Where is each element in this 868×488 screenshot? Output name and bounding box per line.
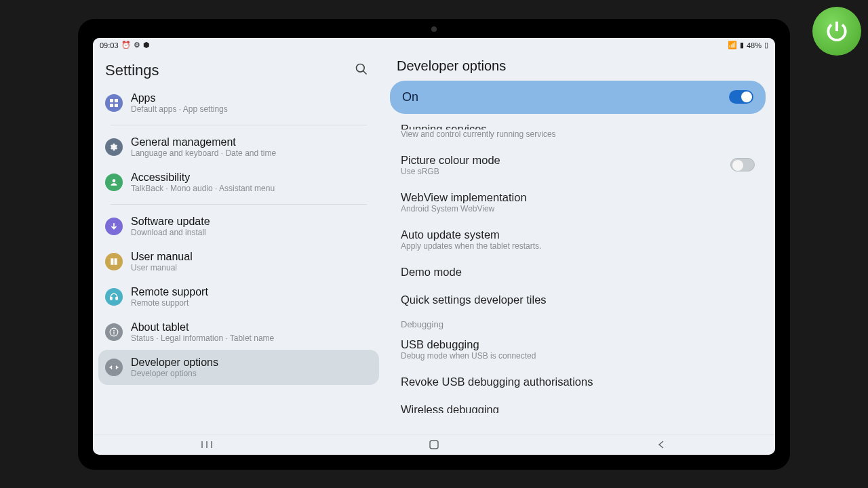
option-quick-tiles[interactable]: Quick settings developer tiles (387, 286, 768, 314)
search-button[interactable] (351, 58, 372, 83)
settings-list[interactable]: AppsDefault apps · App settingsGeneral m… (98, 91, 379, 434)
option-subtitle: Use sRGB (401, 167, 500, 176)
sidebar-item-title: Accessibility (131, 171, 275, 184)
option-title: Running services (401, 123, 556, 129)
shield-icon: ⬢ (143, 41, 150, 49)
section-header-debugging-header: Debugging (387, 314, 768, 331)
option-colour[interactable]: Picture colour modeUse sRGB (387, 146, 768, 184)
separator (111, 204, 367, 205)
page-title: Developer options (397, 58, 759, 74)
sidebar-item-developer[interactable]: Developer optionsDeveloper options (98, 350, 379, 385)
sidebar-item-texts: AppsDefault apps · App settings (131, 92, 228, 114)
grid-icon (105, 94, 123, 112)
left-header: Settings (98, 53, 379, 91)
nav-back[interactable] (641, 440, 682, 449)
option-title: Wireless debugging (401, 403, 499, 413)
left-pane: Settings AppsDefault apps · App settings… (93, 53, 384, 434)
status-bar: 09:03 ⏰ ⚙ ⬢ 📶 ▮ 48% ▯ (93, 38, 775, 53)
option-texts: USB debuggingDebug mode when USB is conn… (401, 338, 536, 361)
option-running[interactable]: Running servicesView and control current… (387, 121, 768, 146)
sidebar-item-about[interactable]: About tabletStatus · Legal information ·… (98, 314, 379, 350)
gear-icon: ⚙ (134, 41, 140, 49)
right-pane: Developer options On Running servicesVie… (384, 53, 775, 434)
book-icon (105, 253, 123, 270)
sidebar-item-texts: Software updateDownload and install (131, 216, 210, 237)
search-icon (355, 62, 368, 76)
option-texts: WebView implementationAndroid System Web… (401, 191, 527, 214)
sidebar-item-title: Developer options (131, 357, 218, 369)
sidebar-item-subtitle: Remote support (131, 298, 208, 308)
sidebar-item-texts: About tabletStatus · Legal information ·… (131, 321, 274, 343)
right-header: Developer options (387, 53, 768, 81)
toggle-knob (741, 92, 752, 102)
nav-bar (93, 434, 775, 455)
sidebar-item-subtitle: Developer options (131, 369, 218, 378)
home-icon (429, 439, 439, 450)
option-webview[interactable]: WebView implementationAndroid System Web… (387, 184, 768, 221)
nav-recents[interactable] (186, 440, 227, 449)
svg-rect-8 (116, 297, 117, 300)
sidebar-item-subtitle: Download and install (131, 228, 210, 237)
option-toggle[interactable] (730, 158, 755, 171)
wifi-icon: 📶 (728, 41, 737, 49)
battery-text: 48% (747, 41, 762, 49)
option-title: Revoke USB debugging authorisations (401, 375, 593, 388)
option-texts: Picture colour modeUse sRGB (401, 154, 500, 176)
arrow-down-icon (105, 218, 123, 235)
sidebar-item-remote[interactable]: Remote supportRemote support (98, 279, 379, 314)
option-title: Demo mode (401, 266, 462, 279)
master-switch[interactable]: On (390, 81, 766, 114)
code-icon (105, 359, 123, 376)
tablet-frame: 09:03 ⏰ ⚙ ⬢ 📶 ▮ 48% ▯ Settings (78, 19, 790, 470)
svg-rect-5 (115, 104, 118, 107)
sidebar-item-subtitle: Status · Legal information · Tablet name (131, 333, 274, 343)
option-texts: Quick settings developer tiles (401, 293, 547, 306)
status-right: 📶 ▮ 48% ▯ (728, 41, 768, 49)
person-icon (105, 174, 123, 191)
settings-title: Settings (105, 62, 159, 79)
option-usb-debug[interactable]: USB debuggingDebug mode when USB is conn… (387, 331, 768, 368)
battery-icon: ▯ (764, 41, 768, 49)
svg-rect-11 (113, 331, 114, 334)
option-texts: Revoke USB debugging authorisations (401, 375, 593, 388)
dev-options-list[interactable]: Running servicesView and control current… (387, 119, 768, 434)
nav-home[interactable] (414, 439, 454, 450)
sidebar-item-texts: User manualUser manual (131, 251, 193, 272)
option-wireless[interactable]: Wireless debugging (387, 396, 768, 413)
option-subtitle: View and control currently running servi… (401, 129, 556, 139)
sidebar-item-title: User manual (131, 251, 193, 263)
screen: 09:03 ⏰ ⚙ ⬢ 📶 ▮ 48% ▯ Settings (93, 38, 775, 455)
sidebar-item-title: Apps (131, 92, 228, 104)
sidebar-item-software[interactable]: Software updateDownload and install (98, 209, 379, 244)
svg-rect-7 (111, 297, 112, 300)
sidebar-item-apps[interactable]: AppsDefault apps · App settings (98, 91, 379, 121)
cog-icon (105, 138, 123, 156)
toggle-knob (732, 160, 743, 171)
sidebar-item-subtitle: Language and keyboard · Date and time (131, 148, 276, 158)
sidebar-item-accessibility[interactable]: AccessibilityTalkBack · Mono audio · Ass… (98, 165, 379, 200)
sidebar-item-texts: Developer optionsDeveloper options (131, 357, 218, 378)
option-title: Quick settings developer tiles (401, 293, 547, 306)
alarm-icon: ⏰ (121, 41, 131, 49)
svg-rect-3 (115, 99, 118, 102)
sidebar-item-subtitle: TalkBack · Mono audio · Assistant menu (131, 184, 275, 193)
option-revoke[interactable]: Revoke USB debugging authorisations (387, 368, 768, 396)
sidebar-item-manual[interactable]: User manualUser manual (98, 244, 379, 279)
option-subtitle: Android System WebView (401, 204, 527, 214)
option-demo[interactable]: Demo mode (387, 258, 768, 286)
sidebar-item-general[interactable]: General managementLanguage and keyboard … (98, 129, 379, 165)
option-texts: Wireless debugging (401, 403, 499, 413)
option-auto-update[interactable]: Auto update systemApply updates when the… (387, 221, 768, 258)
sidebar-item-subtitle: User manual (131, 263, 193, 272)
master-switch-toggle[interactable] (729, 90, 753, 104)
svg-rect-2 (110, 99, 113, 102)
sidebar-item-title: Software update (131, 216, 210, 228)
option-title: Picture colour mode (401, 154, 500, 167)
svg-line-1 (363, 70, 367, 74)
sidebar-item-texts: General managementLanguage and keyboard … (131, 136, 276, 158)
sidebar-item-texts: Remote supportRemote support (131, 286, 208, 308)
svg-rect-15 (430, 441, 438, 449)
headset-icon (105, 288, 123, 306)
option-subtitle: Debug mode when USB is connected (401, 351, 536, 361)
sidebar-item-subtitle: Default apps · App settings (131, 104, 228, 114)
